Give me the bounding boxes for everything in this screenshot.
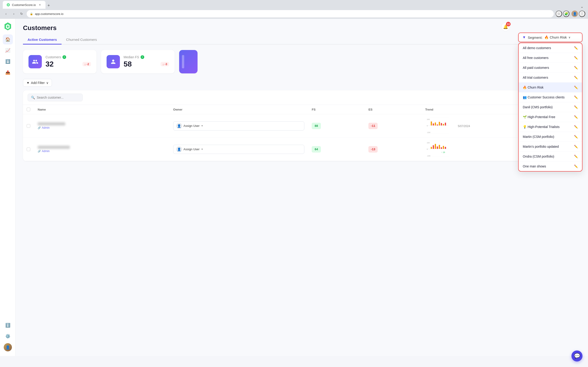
- svg-rect-30: [439, 145, 440, 149]
- svg-text:↑ 19: ↑ 19: [441, 151, 445, 153]
- browser-tab-active[interactable]: CustomerScore.io ✕: [3, 1, 45, 9]
- segment-edit-icon[interactable]: ✏️: [574, 145, 578, 148]
- segment-item-all-demo[interactable]: All demo customers ✏️: [519, 43, 582, 53]
- segment-trigger-button[interactable]: ▼ Segment: 🔥 Churn Risk ∨: [518, 33, 582, 42]
- sidebar-item-settings[interactable]: ⚙️: [3, 331, 13, 341]
- row1-name-blur: [38, 122, 65, 125]
- row1-owner-cell: 👤 Assign User ▼: [170, 114, 308, 138]
- svg-rect-19: [445, 123, 446, 125]
- row1-date-cell: 5/07/2024: [454, 114, 521, 138]
- segment-item-high-potential-free[interactable]: 🌱 High-Potential Free ✏️: [519, 112, 582, 122]
- row2-trend-chart: 100 0 -100 ↑ 19: [425, 141, 450, 157]
- address-bar[interactable]: 🔒 app.customerscore.io: [27, 10, 554, 17]
- segment-item-all-trial[interactable]: All trial customers ✏️: [519, 73, 582, 83]
- segment-edit-icon[interactable]: ✏️: [574, 165, 578, 168]
- forward-button[interactable]: ›: [10, 10, 17, 17]
- segment-item-martins-portfolio[interactable]: Martin's portfolio updated ✏️: [519, 142, 582, 152]
- sidebar-item-analytics[interactable]: 📈: [3, 45, 13, 56]
- table-container: 🔍 i Explore Table Features Name Owner: [23, 90, 581, 161]
- tab-bar-overflow-button[interactable]: ⌄: [580, 4, 583, 9]
- header-date: [454, 105, 521, 114]
- filter-row: ▼ Add Filter ∨: [23, 79, 581, 87]
- row1-checkbox-cell: [23, 114, 34, 138]
- segment-edit-icon[interactable]: ✏️: [574, 46, 578, 50]
- segment-edit-icon[interactable]: ✏️: [574, 56, 578, 60]
- segment-chevron-icon: ∨: [569, 36, 571, 39]
- bookmark-button[interactable]: ☆: [556, 10, 562, 17]
- page-title: Customers: [23, 24, 581, 32]
- new-tab-button[interactable]: +: [45, 2, 52, 9]
- median-fs-icon: [107, 55, 120, 68]
- svg-rect-17: [441, 123, 442, 126]
- segment-edit-icon[interactable]: ✏️: [574, 85, 578, 89]
- customers-value: 32: [45, 60, 54, 68]
- segment-item-danil-cms[interactable]: Danil (CMS portfolio) ✏️: [519, 102, 582, 112]
- svg-rect-14: [435, 123, 436, 125]
- median-fs-info-icon[interactable]: i: [141, 55, 144, 59]
- filter-chevron-icon: ∨: [46, 81, 48, 85]
- header-checkbox[interactable]: [27, 108, 30, 111]
- add-filter-button[interactable]: ▼ Add Filter ∨: [23, 79, 52, 87]
- notification-button[interactable]: 🔔 13: [501, 23, 510, 31]
- row1-es-cell: -11: [365, 114, 422, 138]
- assign-chevron-icon: ▼: [201, 148, 203, 150]
- search-input[interactable]: [37, 96, 79, 99]
- segment-edit-icon[interactable]: ✏️: [574, 105, 578, 109]
- segment-edit-icon[interactable]: ✏️: [574, 135, 578, 139]
- back-button[interactable]: ‹: [3, 10, 9, 17]
- tab-churned-customers[interactable]: Churned Customers: [61, 35, 102, 44]
- segment-edit-icon[interactable]: ✏️: [574, 95, 578, 99]
- header-es: ES: [365, 105, 422, 114]
- reload-button[interactable]: ↻: [18, 10, 25, 17]
- app-logo: [3, 22, 13, 32]
- segment-edit-icon[interactable]: ✏️: [574, 115, 578, 119]
- segment-item-churn-risk[interactable]: 🔥 Churn Risk ✏️: [519, 83, 582, 92]
- segment-item-all-free[interactable]: All free customers ✏️: [519, 53, 582, 63]
- segment-dropdown-panel: All demo customers ✏️ All free customers…: [518, 43, 582, 172]
- svg-text:100: 100: [427, 118, 430, 120]
- extensions-button[interactable]: 🧩: [563, 10, 569, 17]
- sidebar-item-export[interactable]: 📤: [3, 67, 13, 77]
- row2-checkbox-cell: [23, 138, 34, 161]
- tabs-row: Active Customers Churned Customers: [23, 35, 581, 44]
- filter-trigger-icon: ▼: [522, 35, 526, 40]
- table-header-row: Name Owner FS ES Trend: [23, 105, 581, 114]
- tab-close-button[interactable]: ✕: [38, 3, 42, 7]
- menu-button[interactable]: ⋮: [579, 10, 585, 17]
- customers-info-icon[interactable]: i: [62, 55, 66, 59]
- row2-owner-avatar: 👤: [176, 146, 182, 152]
- row1-owner-avatar: 👤: [176, 123, 182, 129]
- row2-assign-user-button[interactable]: 👤 Assign User ▼: [173, 145, 304, 154]
- segment-edit-icon[interactable]: ✏️: [574, 155, 578, 158]
- svg-text:0: 0: [427, 125, 428, 127]
- segment-item-high-potential-trialists[interactable]: 💡 High-Potential Trialists ✏️: [519, 122, 582, 132]
- row1-checkbox[interactable]: [27, 124, 30, 128]
- segment-edit-icon[interactable]: ✏️: [574, 76, 578, 79]
- sidebar-item-info[interactable]: ℹ️: [3, 320, 13, 330]
- segment-trigger-value: 🔥 Churn Risk: [544, 35, 567, 40]
- segment-item-customer-success[interactable]: 👥 Customer Success clients ✏️: [519, 92, 582, 102]
- header-name: Name: [34, 105, 170, 114]
- segment-item-one-man-shows[interactable]: One man shows ✏️: [519, 161, 582, 171]
- sidebar-item-home[interactable]: 🏠: [3, 34, 13, 44]
- row2-date-cell: [454, 138, 521, 161]
- segment-item-all-paid[interactable]: All paid customers ✏️: [519, 63, 582, 73]
- row2-name-cell: 🔗 Admin: [34, 138, 170, 161]
- search-box[interactable]: 🔍: [27, 94, 83, 101]
- row1-date: 5/07/2024: [458, 125, 470, 128]
- segment-edit-icon[interactable]: ✏️: [574, 125, 578, 129]
- tab-title: CustomerScore.io: [12, 3, 36, 7]
- sidebar-item-import[interactable]: ⬇️: [3, 56, 13, 67]
- tab-active-customers[interactable]: Active Customers: [23, 35, 61, 44]
- svg-text:-100: -100: [427, 155, 431, 157]
- row2-checkbox[interactable]: [27, 148, 30, 151]
- profile-button[interactable]: 👤: [571, 10, 578, 17]
- segment-item-ondra-csm[interactable]: Ondra (CSM portfolio) ✏️: [519, 152, 582, 161]
- user-avatar[interactable]: 👤: [4, 343, 12, 351]
- row1-fs-badge: 88: [312, 123, 321, 129]
- table-row: 🔗 Admin 👤 Assign User ▼: [23, 138, 581, 161]
- segment-item-martin-csm[interactable]: Martin (CSM portfolio) ✏️: [519, 132, 582, 142]
- security-icon: 🔒: [30, 12, 33, 15]
- segment-edit-icon[interactable]: ✏️: [574, 66, 578, 69]
- row1-assign-user-button[interactable]: 👤 Assign User ▼: [173, 121, 304, 131]
